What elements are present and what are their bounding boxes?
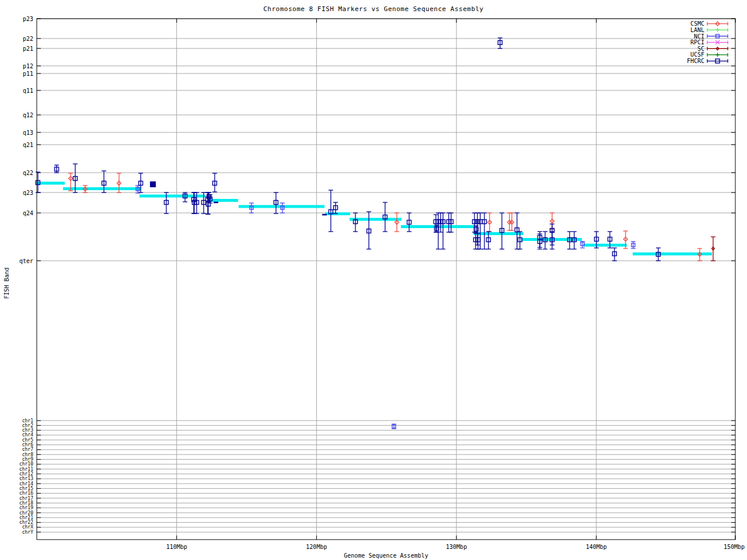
data-point-fhcrc: [612, 248, 617, 261]
legend-label: NCI: [694, 33, 704, 40]
data-point-csmc: [509, 213, 514, 230]
band-tick-label: p21: [23, 46, 33, 52]
data-point-csmc: [507, 213, 512, 230]
data-point-fhcrc: [537, 234, 542, 249]
data-point-fhcrc: [441, 213, 445, 249]
data-point-fhcrc: [407, 213, 411, 232]
x-tick-label: 120Mbp: [306, 544, 327, 550]
data-point-fhcrc: [150, 182, 155, 187]
band-tick-label: q11: [23, 88, 33, 94]
data-point-fhcrc: [500, 213, 504, 249]
data-point-csmc: [395, 213, 399, 232]
fish-marker-scatter-plot: p23p22p21p12p11q11q12q13q21q22q23q24qter…: [0, 0, 747, 560]
legend-item-fhcrc: FHCRC: [687, 58, 728, 64]
y-axis-label: FISH Band: [4, 260, 10, 307]
band-tick-label: qter: [19, 258, 33, 264]
data-point-nci: [580, 242, 585, 248]
data-point-fhcrc: [383, 202, 388, 232]
chr-tick-label: chrY: [22, 530, 33, 535]
tick-labels: p23p22p21p12p11q11q12q13q21q22q23q24qter…: [19, 16, 745, 551]
x-tick-label: 110Mbp: [166, 544, 187, 550]
data-point-fhcrc: [329, 190, 333, 232]
gridlines: [37, 19, 735, 540]
x-tick-label: 130Mbp: [446, 544, 467, 550]
legend-label: LANL: [690, 27, 704, 33]
legend-item-lanl: LANL: [690, 27, 728, 33]
data-point-nci: [135, 186, 140, 193]
series-sc: [711, 237, 715, 261]
data-point-sc: [711, 237, 715, 261]
chart-title: Chromosome 8 FISH Markers vs Genome Sequ…: [0, 5, 747, 13]
band-tick-label: q23: [23, 190, 33, 196]
data-point-fhcrc: [366, 212, 371, 249]
data-point-nci: [249, 203, 254, 213]
data-point-csmc: [697, 249, 702, 261]
legend-label: FHCRC: [687, 58, 704, 64]
data-point-fhcrc: [36, 172, 40, 192]
legend-label: UCSF: [690, 51, 704, 58]
legend: CSMCLANLNCIRPCISCUCSFFHCRC: [687, 20, 728, 64]
band-tick-label: p23: [23, 16, 33, 22]
data-point-fhcrc: [212, 173, 217, 192]
chart-page: Chromosome 8 FISH Markers vs Genome Sequ…: [0, 0, 747, 560]
legend-label: CSMC: [690, 20, 704, 27]
data-point-csmc: [487, 213, 492, 232]
data-point-nci: [392, 424, 396, 429]
data-point-fhcrc: [476, 233, 480, 249]
data-point-nci: [631, 242, 636, 249]
axes: [37, 19, 735, 540]
legend-item-rpci: RPCI: [690, 39, 728, 46]
band-tick-label: p11: [23, 71, 33, 77]
series-nci: [135, 186, 636, 429]
band-tick-label: p22: [23, 36, 33, 42]
band-tick-label: q21: [23, 142, 33, 148]
band-tick-label: q12: [23, 112, 33, 118]
data-point-csmc: [83, 186, 88, 192]
band-tick-label: q13: [23, 130, 33, 136]
band-segments: [37, 183, 712, 254]
data-point-fhcrc: [333, 202, 338, 214]
series-fhcrc: [36, 38, 661, 261]
legend-item-ucsf: UCSF: [690, 51, 728, 58]
data-point-fhcrc: [353, 213, 358, 232]
x-axis-label: Genome Sequence Assembly: [37, 552, 735, 559]
band-tick-label: p12: [23, 63, 33, 69]
band-tick-label: q22: [23, 170, 33, 176]
data-point-fhcrc: [54, 165, 59, 173]
band-tick-label: q24: [23, 210, 33, 216]
legend-item-sc: SC: [697, 46, 728, 52]
data-point-fhcrc: [449, 213, 453, 232]
data-point-fhcrc: [274, 192, 278, 214]
legend-item-csmc: CSMC: [690, 20, 728, 27]
data-point-fhcrc: [515, 213, 519, 249]
x-tick-label: 140Mbp: [586, 544, 607, 550]
x-tick-label: 150Mbp: [724, 544, 745, 550]
data-point-fhcrc: [482, 213, 487, 249]
legend-label: RPCI: [690, 39, 704, 46]
data-point-fhcrc: [656, 248, 661, 261]
data-point-nci: [280, 203, 285, 213]
legend-label: SC: [697, 46, 704, 52]
data-point-fhcrc: [498, 38, 502, 48]
